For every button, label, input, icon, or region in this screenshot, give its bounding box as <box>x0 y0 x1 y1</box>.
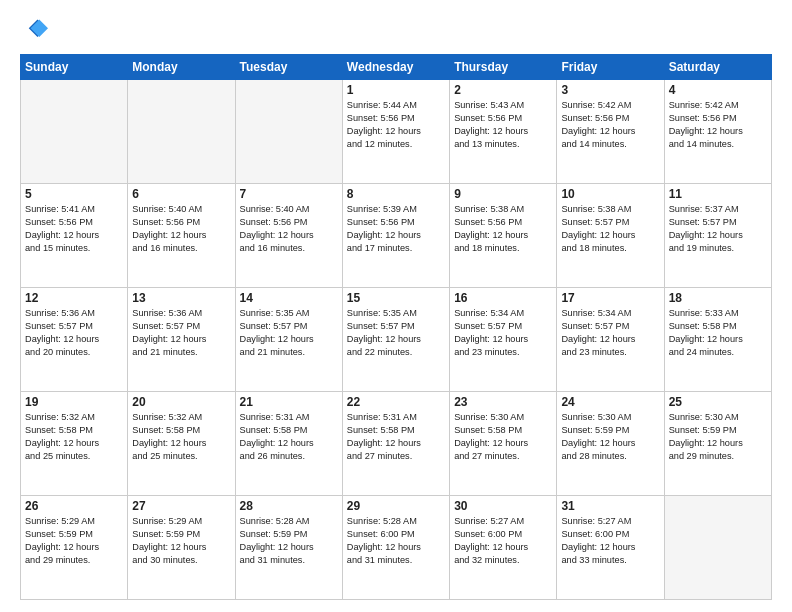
calendar-cell: 26Sunrise: 5:29 AM Sunset: 5:59 PM Dayli… <box>21 496 128 600</box>
logo <box>20 16 52 44</box>
day-number: 6 <box>132 187 230 201</box>
cell-details: Sunrise: 5:41 AM Sunset: 5:56 PM Dayligh… <box>25 203 123 255</box>
cell-details: Sunrise: 5:27 AM Sunset: 6:00 PM Dayligh… <box>454 515 552 567</box>
cell-details: Sunrise: 5:36 AM Sunset: 5:57 PM Dayligh… <box>25 307 123 359</box>
cell-details: Sunrise: 5:31 AM Sunset: 5:58 PM Dayligh… <box>347 411 445 463</box>
cell-details: Sunrise: 5:36 AM Sunset: 5:57 PM Dayligh… <box>132 307 230 359</box>
calendar-cell: 18Sunrise: 5:33 AM Sunset: 5:58 PM Dayli… <box>664 288 771 392</box>
calendar-cell: 6Sunrise: 5:40 AM Sunset: 5:56 PM Daylig… <box>128 184 235 288</box>
day-number: 10 <box>561 187 659 201</box>
weekday-header-row: SundayMondayTuesdayWednesdayThursdayFrid… <box>21 55 772 80</box>
cell-details: Sunrise: 5:30 AM Sunset: 5:59 PM Dayligh… <box>561 411 659 463</box>
day-number: 26 <box>25 499 123 513</box>
day-number: 8 <box>347 187 445 201</box>
day-number: 16 <box>454 291 552 305</box>
calendar-cell: 15Sunrise: 5:35 AM Sunset: 5:57 PM Dayli… <box>342 288 449 392</box>
weekday-header-wednesday: Wednesday <box>342 55 449 80</box>
cell-details: Sunrise: 5:31 AM Sunset: 5:58 PM Dayligh… <box>240 411 338 463</box>
day-number: 24 <box>561 395 659 409</box>
cell-details: Sunrise: 5:28 AM Sunset: 5:59 PM Dayligh… <box>240 515 338 567</box>
calendar-cell: 23Sunrise: 5:30 AM Sunset: 5:58 PM Dayli… <box>450 392 557 496</box>
cell-details: Sunrise: 5:30 AM Sunset: 5:58 PM Dayligh… <box>454 411 552 463</box>
day-number: 13 <box>132 291 230 305</box>
day-number: 19 <box>25 395 123 409</box>
calendar-cell: 12Sunrise: 5:36 AM Sunset: 5:57 PM Dayli… <box>21 288 128 392</box>
cell-details: Sunrise: 5:28 AM Sunset: 6:00 PM Dayligh… <box>347 515 445 567</box>
calendar-cell: 22Sunrise: 5:31 AM Sunset: 5:58 PM Dayli… <box>342 392 449 496</box>
cell-details: Sunrise: 5:42 AM Sunset: 5:56 PM Dayligh… <box>561 99 659 151</box>
calendar-week-3: 19Sunrise: 5:32 AM Sunset: 5:58 PM Dayli… <box>21 392 772 496</box>
day-number: 1 <box>347 83 445 97</box>
calendar-table: SundayMondayTuesdayWednesdayThursdayFrid… <box>20 54 772 600</box>
day-number: 5 <box>25 187 123 201</box>
calendar-cell: 29Sunrise: 5:28 AM Sunset: 6:00 PM Dayli… <box>342 496 449 600</box>
day-number: 2 <box>454 83 552 97</box>
calendar-cell: 5Sunrise: 5:41 AM Sunset: 5:56 PM Daylig… <box>21 184 128 288</box>
cell-details: Sunrise: 5:27 AM Sunset: 6:00 PM Dayligh… <box>561 515 659 567</box>
day-number: 9 <box>454 187 552 201</box>
cell-details: Sunrise: 5:37 AM Sunset: 5:57 PM Dayligh… <box>669 203 767 255</box>
day-number: 3 <box>561 83 659 97</box>
page: SundayMondayTuesdayWednesdayThursdayFrid… <box>0 0 792 612</box>
cell-details: Sunrise: 5:42 AM Sunset: 5:56 PM Dayligh… <box>669 99 767 151</box>
cell-details: Sunrise: 5:29 AM Sunset: 5:59 PM Dayligh… <box>25 515 123 567</box>
day-number: 31 <box>561 499 659 513</box>
calendar-cell: 10Sunrise: 5:38 AM Sunset: 5:57 PM Dayli… <box>557 184 664 288</box>
day-number: 23 <box>454 395 552 409</box>
calendar-cell: 30Sunrise: 5:27 AM Sunset: 6:00 PM Dayli… <box>450 496 557 600</box>
calendar-cell <box>128 80 235 184</box>
calendar-week-0: 1Sunrise: 5:44 AM Sunset: 5:56 PM Daylig… <box>21 80 772 184</box>
cell-details: Sunrise: 5:35 AM Sunset: 5:57 PM Dayligh… <box>347 307 445 359</box>
cell-details: Sunrise: 5:32 AM Sunset: 5:58 PM Dayligh… <box>132 411 230 463</box>
cell-details: Sunrise: 5:43 AM Sunset: 5:56 PM Dayligh… <box>454 99 552 151</box>
day-number: 29 <box>347 499 445 513</box>
cell-details: Sunrise: 5:40 AM Sunset: 5:56 PM Dayligh… <box>240 203 338 255</box>
day-number: 28 <box>240 499 338 513</box>
calendar-week-1: 5Sunrise: 5:41 AM Sunset: 5:56 PM Daylig… <box>21 184 772 288</box>
cell-details: Sunrise: 5:34 AM Sunset: 5:57 PM Dayligh… <box>561 307 659 359</box>
calendar-cell: 7Sunrise: 5:40 AM Sunset: 5:56 PM Daylig… <box>235 184 342 288</box>
cell-details: Sunrise: 5:33 AM Sunset: 5:58 PM Dayligh… <box>669 307 767 359</box>
cell-details: Sunrise: 5:30 AM Sunset: 5:59 PM Dayligh… <box>669 411 767 463</box>
calendar-cell: 25Sunrise: 5:30 AM Sunset: 5:59 PM Dayli… <box>664 392 771 496</box>
day-number: 25 <box>669 395 767 409</box>
calendar-cell <box>235 80 342 184</box>
day-number: 27 <box>132 499 230 513</box>
day-number: 14 <box>240 291 338 305</box>
day-number: 7 <box>240 187 338 201</box>
cell-details: Sunrise: 5:38 AM Sunset: 5:56 PM Dayligh… <box>454 203 552 255</box>
weekday-header-friday: Friday <box>557 55 664 80</box>
cell-details: Sunrise: 5:40 AM Sunset: 5:56 PM Dayligh… <box>132 203 230 255</box>
cell-details: Sunrise: 5:44 AM Sunset: 5:56 PM Dayligh… <box>347 99 445 151</box>
calendar-cell: 27Sunrise: 5:29 AM Sunset: 5:59 PM Dayli… <box>128 496 235 600</box>
cell-details: Sunrise: 5:35 AM Sunset: 5:57 PM Dayligh… <box>240 307 338 359</box>
calendar-cell: 17Sunrise: 5:34 AM Sunset: 5:57 PM Dayli… <box>557 288 664 392</box>
calendar-cell: 21Sunrise: 5:31 AM Sunset: 5:58 PM Dayli… <box>235 392 342 496</box>
day-number: 17 <box>561 291 659 305</box>
calendar-cell: 9Sunrise: 5:38 AM Sunset: 5:56 PM Daylig… <box>450 184 557 288</box>
logo-icon <box>20 16 48 44</box>
cell-details: Sunrise: 5:34 AM Sunset: 5:57 PM Dayligh… <box>454 307 552 359</box>
calendar-cell: 4Sunrise: 5:42 AM Sunset: 5:56 PM Daylig… <box>664 80 771 184</box>
day-number: 21 <box>240 395 338 409</box>
day-number: 11 <box>669 187 767 201</box>
day-number: 15 <box>347 291 445 305</box>
day-number: 12 <box>25 291 123 305</box>
calendar-cell: 2Sunrise: 5:43 AM Sunset: 5:56 PM Daylig… <box>450 80 557 184</box>
cell-details: Sunrise: 5:29 AM Sunset: 5:59 PM Dayligh… <box>132 515 230 567</box>
calendar-cell: 24Sunrise: 5:30 AM Sunset: 5:59 PM Dayli… <box>557 392 664 496</box>
day-number: 22 <box>347 395 445 409</box>
calendar-cell <box>664 496 771 600</box>
calendar-week-2: 12Sunrise: 5:36 AM Sunset: 5:57 PM Dayli… <box>21 288 772 392</box>
weekday-header-sunday: Sunday <box>21 55 128 80</box>
header <box>20 16 772 44</box>
weekday-header-monday: Monday <box>128 55 235 80</box>
weekday-header-saturday: Saturday <box>664 55 771 80</box>
calendar-cell: 11Sunrise: 5:37 AM Sunset: 5:57 PM Dayli… <box>664 184 771 288</box>
calendar-cell: 1Sunrise: 5:44 AM Sunset: 5:56 PM Daylig… <box>342 80 449 184</box>
calendar-cell: 28Sunrise: 5:28 AM Sunset: 5:59 PM Dayli… <box>235 496 342 600</box>
cell-details: Sunrise: 5:32 AM Sunset: 5:58 PM Dayligh… <box>25 411 123 463</box>
calendar-week-4: 26Sunrise: 5:29 AM Sunset: 5:59 PM Dayli… <box>21 496 772 600</box>
day-number: 4 <box>669 83 767 97</box>
calendar-cell: 3Sunrise: 5:42 AM Sunset: 5:56 PM Daylig… <box>557 80 664 184</box>
